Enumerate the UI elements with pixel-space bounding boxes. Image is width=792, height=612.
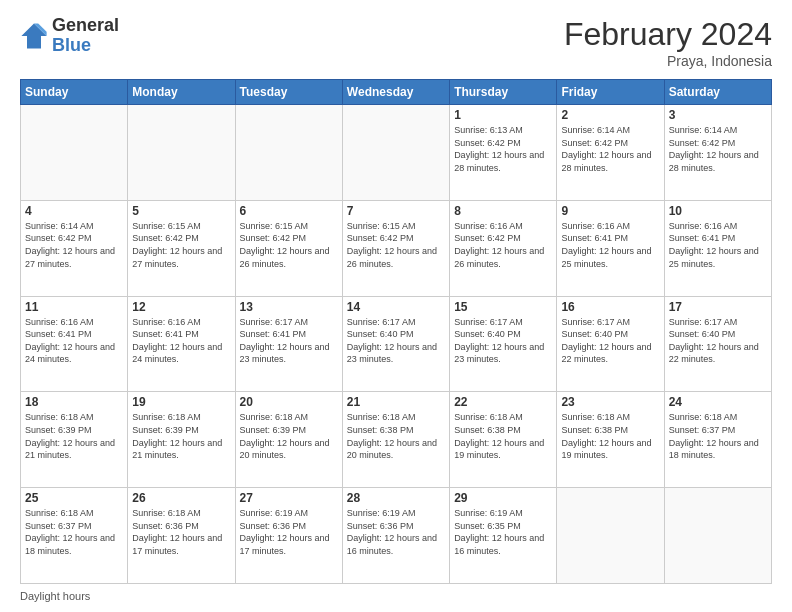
day-number: 18 xyxy=(25,395,123,409)
day-info: Sunrise: 6:14 AMSunset: 6:42 PMDaylight:… xyxy=(561,124,659,174)
day-number: 20 xyxy=(240,395,338,409)
calendar-header-tuesday: Tuesday xyxy=(235,80,342,105)
day-info: Sunrise: 6:18 AMSunset: 6:39 PMDaylight:… xyxy=(240,411,338,461)
day-info: Sunrise: 6:16 AMSunset: 6:41 PMDaylight:… xyxy=(132,316,230,366)
calendar-cell: 9Sunrise: 6:16 AMSunset: 6:41 PMDaylight… xyxy=(557,200,664,296)
day-info: Sunrise: 6:18 AMSunset: 6:37 PMDaylight:… xyxy=(669,411,767,461)
day-info: Sunrise: 6:15 AMSunset: 6:42 PMDaylight:… xyxy=(132,220,230,270)
footer-label: Daylight hours xyxy=(20,590,90,602)
day-number: 21 xyxy=(347,395,445,409)
calendar-header-sunday: Sunday xyxy=(21,80,128,105)
calendar-cell: 7Sunrise: 6:15 AMSunset: 6:42 PMDaylight… xyxy=(342,200,449,296)
svg-marker-0 xyxy=(21,23,46,48)
day-info: Sunrise: 6:18 AMSunset: 6:37 PMDaylight:… xyxy=(25,507,123,557)
calendar-header-friday: Friday xyxy=(557,80,664,105)
calendar-week-0: 1Sunrise: 6:13 AMSunset: 6:42 PMDaylight… xyxy=(21,105,772,201)
day-number: 7 xyxy=(347,204,445,218)
calendar-cell: 21Sunrise: 6:18 AMSunset: 6:38 PMDayligh… xyxy=(342,392,449,488)
day-info: Sunrise: 6:16 AMSunset: 6:41 PMDaylight:… xyxy=(561,220,659,270)
day-number: 12 xyxy=(132,300,230,314)
day-info: Sunrise: 6:17 AMSunset: 6:41 PMDaylight:… xyxy=(240,316,338,366)
calendar-header-thursday: Thursday xyxy=(450,80,557,105)
logo: General Blue xyxy=(20,16,119,56)
day-number: 9 xyxy=(561,204,659,218)
calendar-cell xyxy=(128,105,235,201)
day-number: 23 xyxy=(561,395,659,409)
day-info: Sunrise: 6:17 AMSunset: 6:40 PMDaylight:… xyxy=(454,316,552,366)
calendar-week-1: 4Sunrise: 6:14 AMSunset: 6:42 PMDaylight… xyxy=(21,200,772,296)
calendar-cell: 14Sunrise: 6:17 AMSunset: 6:40 PMDayligh… xyxy=(342,296,449,392)
day-info: Sunrise: 6:18 AMSunset: 6:38 PMDaylight:… xyxy=(561,411,659,461)
calendar-cell: 23Sunrise: 6:18 AMSunset: 6:38 PMDayligh… xyxy=(557,392,664,488)
logo-text: General Blue xyxy=(52,16,119,56)
day-number: 13 xyxy=(240,300,338,314)
calendar-cell: 26Sunrise: 6:18 AMSunset: 6:36 PMDayligh… xyxy=(128,488,235,584)
day-info: Sunrise: 6:16 AMSunset: 6:41 PMDaylight:… xyxy=(669,220,767,270)
day-info: Sunrise: 6:13 AMSunset: 6:42 PMDaylight:… xyxy=(454,124,552,174)
logo-blue-text: Blue xyxy=(52,36,119,56)
day-info: Sunrise: 6:19 AMSunset: 6:36 PMDaylight:… xyxy=(347,507,445,557)
calendar-header-monday: Monday xyxy=(128,80,235,105)
calendar-cell xyxy=(21,105,128,201)
day-info: Sunrise: 6:17 AMSunset: 6:40 PMDaylight:… xyxy=(669,316,767,366)
calendar-week-3: 18Sunrise: 6:18 AMSunset: 6:39 PMDayligh… xyxy=(21,392,772,488)
day-info: Sunrise: 6:18 AMSunset: 6:39 PMDaylight:… xyxy=(132,411,230,461)
calendar-week-4: 25Sunrise: 6:18 AMSunset: 6:37 PMDayligh… xyxy=(21,488,772,584)
calendar-cell xyxy=(664,488,771,584)
logo-icon xyxy=(20,22,48,50)
day-number: 27 xyxy=(240,491,338,505)
day-number: 25 xyxy=(25,491,123,505)
page: General Blue February 2024 Praya, Indone… xyxy=(0,0,792,612)
calendar-cell: 18Sunrise: 6:18 AMSunset: 6:39 PMDayligh… xyxy=(21,392,128,488)
day-number: 6 xyxy=(240,204,338,218)
calendar-cell: 1Sunrise: 6:13 AMSunset: 6:42 PMDaylight… xyxy=(450,105,557,201)
day-number: 16 xyxy=(561,300,659,314)
day-number: 10 xyxy=(669,204,767,218)
calendar-cell xyxy=(342,105,449,201)
footer: Daylight hours xyxy=(20,590,772,602)
calendar-header-row: SundayMondayTuesdayWednesdayThursdayFrid… xyxy=(21,80,772,105)
calendar-cell: 25Sunrise: 6:18 AMSunset: 6:37 PMDayligh… xyxy=(21,488,128,584)
day-info: Sunrise: 6:18 AMSunset: 6:39 PMDaylight:… xyxy=(25,411,123,461)
day-info: Sunrise: 6:18 AMSunset: 6:36 PMDaylight:… xyxy=(132,507,230,557)
day-info: Sunrise: 6:17 AMSunset: 6:40 PMDaylight:… xyxy=(561,316,659,366)
calendar-cell: 2Sunrise: 6:14 AMSunset: 6:42 PMDaylight… xyxy=(557,105,664,201)
calendar-cell: 12Sunrise: 6:16 AMSunset: 6:41 PMDayligh… xyxy=(128,296,235,392)
day-info: Sunrise: 6:16 AMSunset: 6:41 PMDaylight:… xyxy=(25,316,123,366)
calendar-cell: 24Sunrise: 6:18 AMSunset: 6:37 PMDayligh… xyxy=(664,392,771,488)
day-number: 29 xyxy=(454,491,552,505)
day-number: 28 xyxy=(347,491,445,505)
day-number: 2 xyxy=(561,108,659,122)
day-number: 22 xyxy=(454,395,552,409)
day-info: Sunrise: 6:18 AMSunset: 6:38 PMDaylight:… xyxy=(347,411,445,461)
day-number: 4 xyxy=(25,204,123,218)
calendar-header-wednesday: Wednesday xyxy=(342,80,449,105)
title-section: February 2024 Praya, Indonesia xyxy=(564,16,772,69)
calendar-cell: 11Sunrise: 6:16 AMSunset: 6:41 PMDayligh… xyxy=(21,296,128,392)
day-info: Sunrise: 6:16 AMSunset: 6:42 PMDaylight:… xyxy=(454,220,552,270)
day-info: Sunrise: 6:15 AMSunset: 6:42 PMDaylight:… xyxy=(240,220,338,270)
day-number: 15 xyxy=(454,300,552,314)
calendar-cell: 17Sunrise: 6:17 AMSunset: 6:40 PMDayligh… xyxy=(664,296,771,392)
calendar-cell: 3Sunrise: 6:14 AMSunset: 6:42 PMDaylight… xyxy=(664,105,771,201)
day-number: 14 xyxy=(347,300,445,314)
day-info: Sunrise: 6:19 AMSunset: 6:36 PMDaylight:… xyxy=(240,507,338,557)
day-info: Sunrise: 6:17 AMSunset: 6:40 PMDaylight:… xyxy=(347,316,445,366)
month-title: February 2024 xyxy=(564,16,772,53)
day-number: 3 xyxy=(669,108,767,122)
calendar-cell: 20Sunrise: 6:18 AMSunset: 6:39 PMDayligh… xyxy=(235,392,342,488)
calendar-cell: 22Sunrise: 6:18 AMSunset: 6:38 PMDayligh… xyxy=(450,392,557,488)
calendar-cell: 16Sunrise: 6:17 AMSunset: 6:40 PMDayligh… xyxy=(557,296,664,392)
calendar-cell: 28Sunrise: 6:19 AMSunset: 6:36 PMDayligh… xyxy=(342,488,449,584)
calendar-cell xyxy=(235,105,342,201)
day-number: 26 xyxy=(132,491,230,505)
logo-general-text: General xyxy=(52,16,119,36)
calendar-cell xyxy=(557,488,664,584)
calendar-cell: 29Sunrise: 6:19 AMSunset: 6:35 PMDayligh… xyxy=(450,488,557,584)
day-info: Sunrise: 6:15 AMSunset: 6:42 PMDaylight:… xyxy=(347,220,445,270)
day-number: 19 xyxy=(132,395,230,409)
calendar-cell: 6Sunrise: 6:15 AMSunset: 6:42 PMDaylight… xyxy=(235,200,342,296)
calendar-cell: 10Sunrise: 6:16 AMSunset: 6:41 PMDayligh… xyxy=(664,200,771,296)
calendar-cell: 19Sunrise: 6:18 AMSunset: 6:39 PMDayligh… xyxy=(128,392,235,488)
header: General Blue February 2024 Praya, Indone… xyxy=(20,16,772,69)
